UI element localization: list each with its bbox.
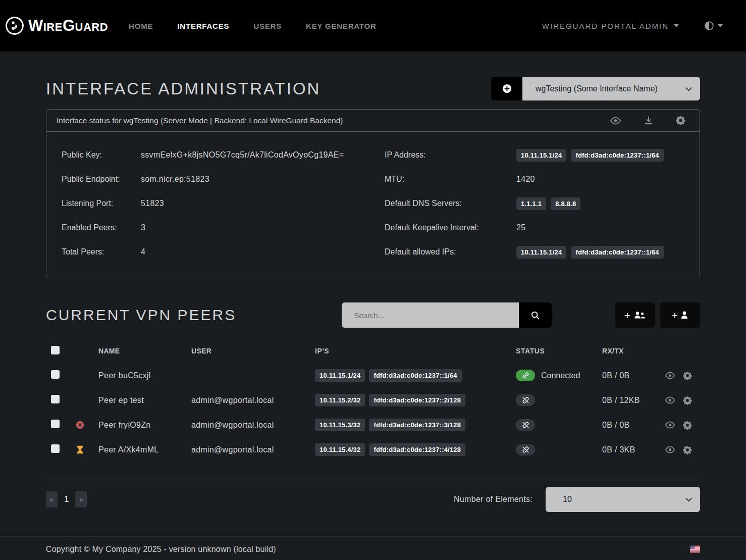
- chevron-down-icon: [685, 84, 692, 91]
- peer-view-button[interactable]: [665, 396, 675, 405]
- detail-label: Default Keepalive Interval:: [385, 223, 516, 232]
- brand[interactable]: WireGuard: [5, 16, 108, 35]
- column-header-user: User: [185, 347, 308, 355]
- ip-badge: fdfd:d3ad:c0de:1237::1/64: [571, 246, 663, 259]
- detail-row: Default DNS Servers:1.1.1.18.8.8.8: [385, 191, 684, 216]
- peer-view-button[interactable]: [665, 371, 675, 380]
- peer-edit-button[interactable]: [683, 371, 692, 380]
- chevron-down-icon: [685, 495, 692, 502]
- detail-row: Enabled Peers:3: [62, 216, 361, 240]
- interface-selector-group: wgTesting (Some Interface Name): [491, 77, 700, 100]
- ip-badge: 10.11.15.1/24: [516, 149, 566, 162]
- detail-value: 3: [141, 223, 145, 232]
- edit-interface-button[interactable]: [676, 116, 685, 125]
- detail-row: Total Peers:4: [62, 240, 361, 264]
- peer-edit-button[interactable]: [683, 421, 692, 430]
- gear-icon: [683, 396, 692, 405]
- add-interface-button[interactable]: [491, 77, 522, 100]
- detail-row: Public Endpoint:som.nicr.ep:51823: [62, 167, 361, 191]
- peer-checkbox-cell: [46, 444, 68, 455]
- elements-label: Number of Elements:: [454, 495, 532, 504]
- bottom-row: « 1 » Number of Elements: 10: [46, 487, 700, 512]
- peer-row: Peer fryiO9Znadmin@wgportal.local10.11.1…: [46, 413, 700, 437]
- elements-select[interactable]: 10: [546, 487, 700, 512]
- detail-value: 25: [516, 223, 525, 232]
- row-checkbox[interactable]: [51, 370, 60, 379]
- detail-value: 1.1.1.18.8.8.8: [516, 197, 580, 210]
- peer-user: admin@wgportal.local: [185, 396, 308, 405]
- search-input[interactable]: [342, 302, 519, 328]
- detail-row: MTU:1420: [385, 167, 684, 191]
- view-config-button[interactable]: [610, 117, 621, 125]
- plus-circle-icon: [502, 83, 512, 94]
- user-menu-label: Wireguard Portal Admin: [542, 22, 669, 30]
- ip-badge: 10.11.15.3/32: [315, 419, 365, 431]
- elements-group: Number of Elements: 10: [454, 487, 700, 512]
- peer-name: Peer buC5cxjl: [91, 371, 185, 380]
- ip-badge: 1.1.1.1: [516, 197, 546, 210]
- nav-links: HomeInterfacesUsersKey Generator: [129, 22, 377, 30]
- column-header-rxtx: RX/TX: [596, 347, 662, 355]
- detail-label: Default allowed IPs:: [385, 247, 516, 257]
- peer-row: Peer ep testadmin@wgportal.local10.11.15…: [46, 388, 700, 413]
- eye-icon: [665, 421, 675, 429]
- column-header-name: Name: [91, 347, 185, 355]
- page-head: INTERFACE ADMINISTRATION wgTesting (Some…: [46, 77, 700, 100]
- detail-label: Total Peers:: [62, 247, 141, 257]
- detail-label: Listening Port:: [62, 199, 141, 208]
- peer-view-button[interactable]: [665, 421, 675, 430]
- detail-value: 51823: [141, 199, 164, 208]
- status-label: Connected: [541, 371, 580, 380]
- select-all-checkbox[interactable]: [51, 346, 60, 354]
- interface-select[interactable]: wgTesting (Some Interface Name): [522, 77, 700, 100]
- user-menu-dropdown[interactable]: Wireguard Portal Admin: [542, 22, 679, 30]
- pagination-next-button[interactable]: »: [75, 491, 87, 507]
- peer-ips: 10.11.15.2/32fdfd:d3ad:c0de:1237::2/128: [308, 394, 510, 406]
- detail-label: MTU:: [385, 175, 516, 184]
- gear-icon: [683, 421, 692, 430]
- eye-icon: [610, 117, 621, 125]
- search-button[interactable]: [519, 302, 552, 328]
- ip-badge: fdfd:d3ad:c0de:1237::2/128: [369, 394, 465, 406]
- caret-down-icon: [674, 24, 679, 27]
- nav-link-interfaces[interactable]: Interfaces: [177, 22, 229, 30]
- eye-icon: [665, 372, 675, 379]
- download-config-button[interactable]: [644, 116, 654, 126]
- nav-link-users[interactable]: Users: [253, 22, 282, 30]
- detail-label: Public Endpoint:: [62, 175, 141, 184]
- ip-badge: fdfd:d3ad:c0de:1237::1/64: [369, 369, 461, 382]
- row-checkbox[interactable]: [51, 420, 60, 428]
- ip-badge: fdfd:d3ad:c0de:1237::1/64: [571, 149, 663, 162]
- us-flag-icon[interactable]: [690, 545, 700, 553]
- peer-view-button[interactable]: [665, 445, 675, 454]
- theme-toggle-dropdown[interactable]: [704, 21, 723, 31]
- detail-row: Public Key:ssvmEelxG+k8jsNO5G7cq5r/Ak7li…: [62, 143, 361, 167]
- interface-details-left: Public Key:ssvmEelxG+k8jsNO5G7cq5r/Ak7li…: [62, 143, 361, 264]
- ip-badge: fdfd:d3ad:c0de:1237::4/128: [369, 443, 465, 456]
- nav-link-key-generator[interactable]: Key Generator: [306, 22, 377, 30]
- search-group: [342, 302, 552, 328]
- peer-rxtx: 0B / 3KB: [596, 445, 662, 454]
- detail-row: Default Keepalive Interval:25: [385, 216, 684, 240]
- add-peer-button[interactable]: +: [660, 302, 700, 328]
- ip-badge: 10.11.15.4/32: [315, 443, 365, 456]
- nav-link-home[interactable]: Home: [129, 22, 153, 30]
- brand-text: WireGuard: [28, 17, 108, 35]
- peer-status: Connected: [510, 370, 596, 381]
- pagination: « 1 »: [46, 491, 87, 507]
- ip-badge: 10.11.15.2/32: [315, 394, 365, 406]
- peer-actions: [662, 421, 700, 430]
- row-checkbox[interactable]: [51, 395, 60, 403]
- pagination-prev-button[interactable]: «: [46, 491, 58, 507]
- peer-ips: 10.11.15.1/24fdfd:d3ad:c0de:1237::1/64: [308, 369, 510, 382]
- peer-rxtx: 0B / 0B: [596, 371, 662, 380]
- detail-value: 10.11.15.1/24fdfd:d3ad:c0de:1237::1/64: [516, 246, 664, 259]
- peer-edit-button[interactable]: [683, 396, 692, 405]
- nav-right: Wireguard Portal Admin: [542, 21, 723, 31]
- row-checkbox[interactable]: [51, 444, 60, 453]
- peer-edit-button[interactable]: [683, 445, 692, 454]
- wireguard-logo-icon: [5, 16, 24, 35]
- add-multiple-peers-button[interactable]: +: [615, 302, 655, 328]
- magnifier-icon: [530, 311, 540, 320]
- detail-value: ssvmEelxG+k8jsNO5G7cq5r/Ak7liCodAvOyoCg1…: [141, 150, 344, 160]
